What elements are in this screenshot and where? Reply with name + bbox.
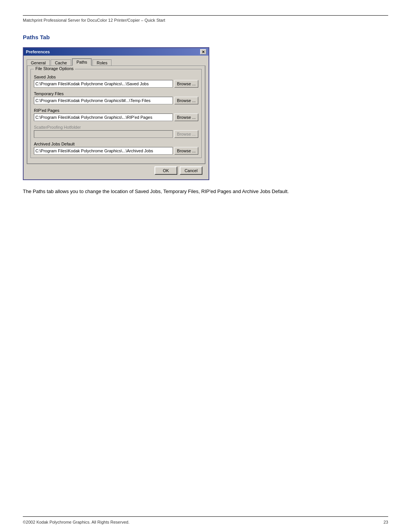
file-storage-group: File Storage Options Saved Jobs Browse .… [30, 69, 202, 158]
scatter-proofing-label: ScatterProofing Hotfolder [34, 125, 198, 129]
temp-files-browse[interactable]: Browse ... [174, 97, 198, 104]
tab-paths[interactable]: Paths [72, 58, 92, 66]
riped-pages-row: Browse ... [34, 113, 198, 121]
saved-jobs-browse[interactable]: Browse ... [174, 80, 198, 88]
temp-files-section: Temporary Files Browse ... [34, 91, 198, 104]
group-box-label: File Storage Options [34, 66, 75, 71]
top-rule [23, 15, 388, 16]
content-area: Paths Tab Preferences ✕ General Cache Pa… [23, 34, 388, 356]
scatter-proofing-input [34, 130, 173, 138]
saved-jobs-row: Browse ... [34, 80, 198, 88]
tab-cache[interactable]: Cache [51, 59, 71, 66]
page-header: Matchprint Professional Server for DocuC… [23, 18, 388, 22]
archived-jobs-row: Browse ... [34, 147, 198, 155]
footer-page-number: 23 [384, 520, 388, 524]
footer-copyright: ©2002 Kodak Polychrome Graphics. All Rig… [23, 520, 129, 524]
close-button[interactable]: ✕ [200, 49, 206, 54]
scatter-proofing-browse: Browse ... [174, 130, 198, 138]
riped-pages-browse[interactable]: Browse ... [174, 113, 198, 121]
dialog-title: Preferences [26, 50, 50, 54]
dialog-body: General Cache Paths Roles File Storage O… [24, 56, 209, 179]
tab-content: File Storage Options Saved Jobs Browse .… [27, 66, 206, 164]
description-text: The Paths tab allows you to change the l… [23, 188, 304, 196]
bottom-rule [23, 516, 388, 517]
tabs-row: General Cache Paths Roles [27, 58, 206, 66]
riped-pages-label: RIP'ed Pages [34, 108, 198, 113]
scatter-proofing-row: Browse ... [34, 130, 198, 138]
preferences-dialog: Preferences ✕ General Cache Paths Roles … [23, 47, 209, 180]
tab-general[interactable]: General [27, 59, 50, 66]
archived-jobs-input[interactable] [34, 147, 173, 155]
archived-jobs-browse[interactable]: Browse ... [174, 147, 198, 155]
saved-jobs-section: Saved Jobs Browse ... [34, 75, 198, 88]
dialog-titlebar: Preferences ✕ [24, 48, 209, 56]
cancel-button[interactable]: Cancel [180, 166, 202, 175]
archived-jobs-section: Archived Jobs Default Browse ... [34, 142, 198, 155]
riped-pages-section: RIP'ed Pages Browse ... [34, 108, 198, 121]
temp-files-label: Temporary Files [34, 91, 198, 96]
scatter-proofing-section: ScatterProofing Hotfolder Browse ... [34, 125, 198, 138]
saved-jobs-input[interactable] [34, 80, 173, 88]
temp-files-input[interactable] [34, 97, 173, 104]
saved-jobs-label: Saved Jobs [34, 75, 198, 79]
tab-roles[interactable]: Roles [92, 59, 112, 66]
page-container: Matchprint Professional Server for DocuC… [0, 0, 411, 532]
dialog-footer: OK Cancel [27, 164, 206, 176]
ok-button[interactable]: OK [155, 166, 177, 175]
temp-files-row: Browse ... [34, 97, 198, 104]
footer-area: ©2002 Kodak Polychrome Graphics. All Rig… [23, 520, 388, 524]
archived-jobs-label: Archived Jobs Default [34, 142, 198, 146]
riped-pages-input[interactable] [34, 113, 173, 121]
section-title: Paths Tab [23, 34, 388, 40]
